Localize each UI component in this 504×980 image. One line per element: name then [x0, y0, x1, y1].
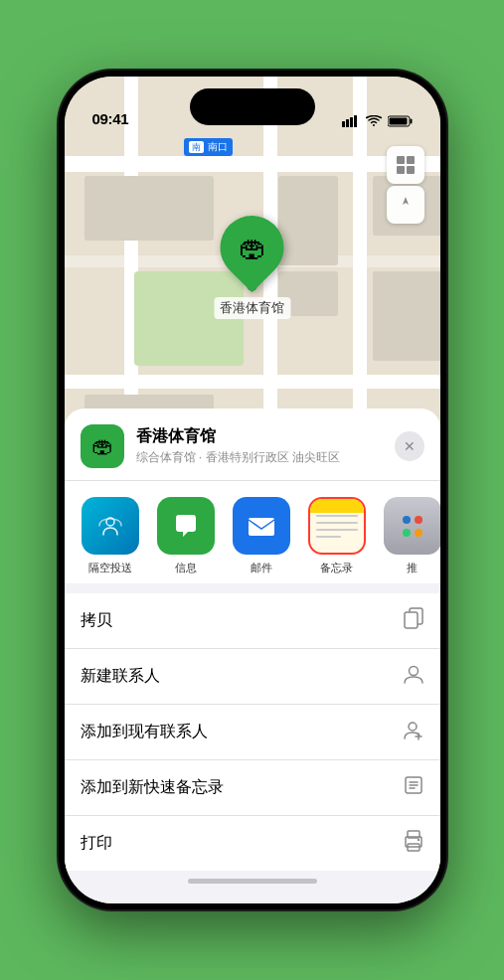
location-button[interactable] [387, 186, 424, 224]
share-more[interactable]: 推 [379, 497, 440, 575]
wifi-icon [366, 115, 382, 127]
venue-info: 香港体育馆 综合体育馆 · 香港特别行政区 油尖旺区 [136, 426, 383, 466]
svg-rect-7 [397, 156, 405, 164]
mail-icon [233, 497, 290, 555]
sheet-header: 🏟 香港体育馆 综合体育馆 · 香港特别行政区 油尖旺区 ✕ [65, 408, 440, 481]
svg-rect-5 [410, 119, 412, 124]
svg-point-15 [409, 667, 418, 676]
dot-4 [415, 529, 422, 537]
mail-label: 邮件 [251, 561, 272, 575]
mail-svg [246, 511, 277, 541]
print-label: 打印 [81, 833, 112, 854]
home-indicator [188, 879, 317, 884]
dot-1 [403, 516, 411, 524]
share-notes[interactable]: 备忘录 [303, 497, 371, 575]
venue-map-label: 香港体育馆 [214, 297, 290, 319]
svg-rect-1 [346, 119, 349, 127]
battery-icon [388, 115, 413, 127]
new-contact-icon [403, 663, 424, 690]
map-icon [396, 155, 416, 175]
svg-rect-14 [405, 612, 418, 628]
stadium-marker: 🏟 香港体育馆 [214, 216, 290, 319]
copy-label: 拷贝 [81, 610, 112, 631]
add-note-icon [403, 774, 424, 801]
action-new-contact[interactable]: 新建联系人 [65, 649, 440, 705]
signal-icon [342, 115, 360, 127]
venue-subtitle: 综合体育馆 · 香港特别行政区 油尖旺区 [136, 449, 383, 466]
south-entrance-label: 南 南口 [184, 138, 234, 156]
status-time: 09:41 [92, 110, 129, 127]
marker-pin: 🏟 [207, 203, 297, 293]
action-list: 拷贝 新建联系人 [65, 593, 440, 871]
action-print[interactable]: 打印 [65, 816, 440, 871]
map-block-1 [84, 176, 214, 241]
svg-rect-8 [407, 156, 415, 164]
close-button[interactable]: ✕ [395, 431, 424, 461]
action-add-note[interactable]: 添加到新快速备忘录 [65, 760, 440, 816]
notes-header-bar [310, 499, 364, 513]
more-dots-row1 [403, 516, 422, 524]
airdrop-svg [95, 511, 125, 541]
venue-icon: 🏟 [81, 424, 124, 468]
notes-line-2 [316, 522, 358, 524]
messages-svg [170, 510, 202, 542]
bottom-sheet: 🏟 香港体育馆 综合体育馆 · 香港特别行政区 油尖旺区 ✕ [65, 408, 440, 903]
south-prefix: 南 [189, 141, 204, 153]
svg-rect-0 [342, 121, 345, 127]
airdrop-icon [82, 497, 139, 555]
copy-svg [403, 607, 424, 629]
road-h1 [65, 156, 440, 172]
home-indicator-area [65, 871, 440, 884]
location-icon [397, 196, 415, 214]
print-icon [403, 830, 424, 857]
add-existing-icon [403, 719, 424, 745]
svg-point-16 [409, 723, 417, 731]
more-label: 推 [407, 561, 418, 575]
svg-rect-9 [397, 166, 405, 174]
road-h3 [65, 375, 440, 389]
dynamic-island [190, 88, 315, 125]
svg-rect-6 [389, 118, 407, 125]
messages-label: 信息 [175, 561, 197, 575]
action-add-existing[interactable]: 添加到现有联系人 [65, 705, 440, 760]
add-contact-svg [403, 719, 424, 740]
south-text: 南口 [208, 141, 228, 152]
share-mail[interactable]: 邮件 [228, 497, 295, 575]
svg-rect-3 [354, 115, 357, 127]
notes-content [316, 515, 358, 538]
more-dots-row2 [403, 529, 422, 537]
notes-line-3 [316, 529, 358, 531]
svg-rect-26 [418, 839, 420, 841]
svg-rect-12 [249, 518, 274, 536]
dot-2 [415, 516, 422, 524]
share-row: 隔空投送 信息 [65, 481, 440, 583]
dot-3 [403, 529, 411, 537]
map-view-toggle[interactable] [387, 146, 424, 184]
svg-rect-10 [407, 166, 415, 174]
new-contact-label: 新建联系人 [81, 666, 160, 687]
print-svg [403, 830, 424, 852]
share-messages[interactable]: 信息 [152, 497, 220, 575]
phone-screen: 09:41 [65, 77, 440, 903]
messages-icon [157, 497, 215, 555]
share-airdrop[interactable]: 隔空投送 [77, 497, 144, 575]
add-existing-label: 添加到现有联系人 [81, 722, 208, 742]
notes-icon [308, 497, 366, 555]
note-svg [403, 774, 424, 796]
notes-line-4 [316, 536, 341, 538]
svg-rect-2 [350, 117, 353, 127]
map-controls [387, 146, 424, 224]
phone-frame: 09:41 [59, 71, 446, 909]
copy-icon [403, 607, 424, 634]
map-block-5 [373, 271, 440, 361]
status-icons [342, 115, 413, 127]
action-copy[interactable]: 拷贝 [65, 593, 440, 649]
more-dots-container [403, 516, 422, 537]
airdrop-label: 隔空投送 [88, 561, 132, 575]
add-note-label: 添加到新快速备忘录 [81, 777, 224, 798]
stadium-icon: 🏟 [239, 232, 266, 264]
more-icon [384, 497, 440, 555]
notes-line-1 [316, 515, 358, 517]
notes-label: 备忘录 [320, 561, 353, 575]
venue-name: 香港体育馆 [136, 426, 383, 447]
